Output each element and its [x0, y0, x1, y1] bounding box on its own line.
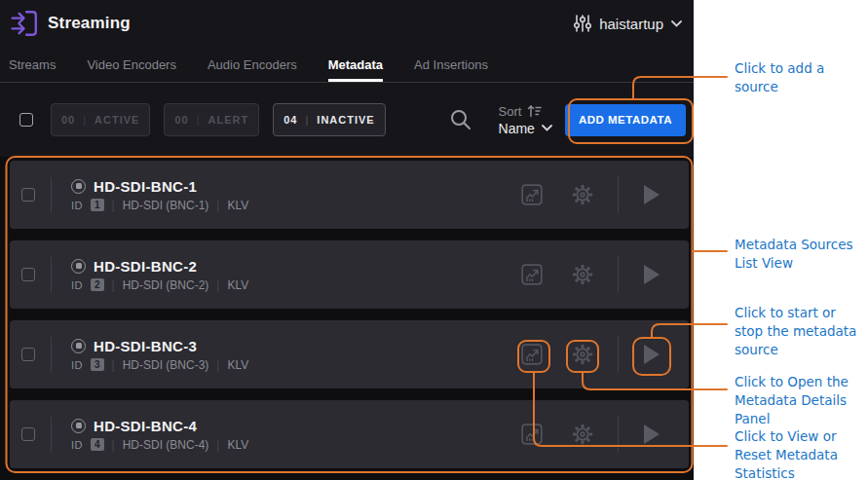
filter-bar: 00 | ACTIVE 00 | ALERT 04 | INACTIVE Sor…	[0, 83, 694, 157]
id-badge: 4	[91, 438, 104, 451]
actions-divider	[618, 416, 619, 453]
filter-alert-button[interactable]: 00 | ALERT	[164, 103, 259, 136]
annotation-details-panel: Click to Open the Metadata Details Panel	[735, 373, 867, 428]
id-badge: 3	[91, 358, 104, 371]
separator: |	[305, 114, 309, 126]
sort-value: Name	[499, 121, 535, 136]
settings-button[interactable]	[571, 423, 594, 446]
tab-video-encoders[interactable]: Video Encoders	[87, 47, 176, 82]
play-icon	[642, 344, 661, 365]
play-icon	[642, 424, 661, 445]
chevron-down-icon	[671, 20, 682, 27]
row-checkbox[interactable]	[21, 348, 35, 361]
search-icon[interactable]	[449, 108, 472, 131]
inactive-label: INACTIVE	[317, 114, 374, 126]
tab-metadata[interactable]: Metadata	[328, 47, 383, 82]
row-divider	[51, 257, 52, 292]
row-info: HD-SDI-BNC-1 ID 1 | HD-SDI (BNC-1) | KLV	[71, 178, 248, 212]
tab-audio-encoders[interactable]: Audio Encoders	[208, 47, 297, 82]
status-stopped-icon	[71, 419, 86, 433]
account-menu[interactable]: haistartup	[574, 14, 684, 33]
annotation-start-stop: Click to start or stop the metadata sour…	[735, 304, 867, 359]
id-label: ID	[71, 279, 83, 291]
source-input: HD-SDI (BNC-4)	[123, 438, 209, 452]
gear-icon	[571, 343, 594, 366]
status-stopped-icon	[71, 259, 86, 274]
source-name: HD-SDI-BNC-2	[94, 258, 197, 275]
sort-control[interactable]: Sort Name	[499, 104, 552, 136]
settings-button[interactable]	[571, 263, 594, 286]
annotation-statistics: Click to View or Reset Metadata Statisti…	[735, 427, 867, 480]
start-stop-button[interactable]	[640, 183, 663, 206]
active-count: 00	[61, 114, 75, 126]
id-label: ID	[71, 439, 83, 451]
row-info: HD-SDI-BNC-2 ID 2 | HD-SDI (BNC-2) | KLV	[71, 258, 248, 292]
active-label: ACTIVE	[94, 114, 139, 126]
row-divider	[51, 417, 52, 452]
gear-icon	[571, 183, 594, 206]
start-stop-button[interactable]	[640, 343, 663, 366]
filter-active-button[interactable]: 00 | ACTIVE	[51, 103, 150, 136]
tab-streams[interactable]: Streams	[9, 47, 56, 82]
chart-icon	[520, 423, 544, 446]
inactive-count: 04	[283, 114, 297, 126]
status-stopped-icon	[71, 339, 86, 353]
id-badge: 1	[91, 199, 104, 211]
status-stopped-icon	[71, 179, 86, 194]
streaming-logo-icon	[10, 9, 39, 38]
row-info: HD-SDI-BNC-3 ID 3 | HD-SDI (BNC-3) | KLV	[71, 338, 248, 372]
separator: |	[112, 358, 115, 372]
select-all-checkbox[interactable]	[19, 113, 33, 127]
row-checkbox[interactable]	[21, 427, 35, 441]
metadata-source-row[interactable]: HD-SDI-BNC-3 ID 3 | HD-SDI (BNC-3) | KLV	[10, 320, 689, 388]
id-label: ID	[71, 200, 83, 211]
source-format: KLV	[227, 438, 248, 452]
row-checkbox[interactable]	[21, 268, 35, 281]
start-stop-button[interactable]	[640, 423, 663, 446]
statistics-button[interactable]	[520, 263, 544, 286]
sort-label: Sort	[499, 104, 522, 119]
metadata-source-row[interactable]: HD-SDI-BNC-1 ID 1 | HD-SDI (BNC-1) | KLV	[10, 161, 689, 229]
statistics-button[interactable]	[520, 343, 544, 366]
sort-ascending-icon	[527, 104, 542, 118]
page-title: Streaming	[48, 14, 131, 33]
metadata-source-row[interactable]: HD-SDI-BNC-4 ID 4 | HD-SDI (BNC-4) | KLV	[10, 400, 689, 468]
source-format: KLV	[227, 278, 248, 292]
separator: |	[197, 114, 201, 126]
chart-icon	[520, 183, 544, 206]
source-name: HD-SDI-BNC-4	[94, 418, 197, 434]
actions-divider	[618, 256, 619, 293]
separator: |	[216, 199, 219, 212]
add-metadata-button[interactable]: ADD METADATA	[565, 104, 686, 136]
settings-button[interactable]	[571, 343, 594, 366]
separator: |	[112, 438, 115, 452]
chart-icon	[520, 343, 544, 366]
alert-count: 00	[174, 114, 188, 126]
separator: |	[216, 358, 219, 372]
id-label: ID	[71, 359, 83, 371]
app-panel: Streaming haistartup Streams Video Encod…	[0, 0, 694, 480]
chevron-down-icon	[542, 125, 552, 131]
metadata-source-row[interactable]: HD-SDI-BNC-2 ID 2 | HD-SDI (BNC-2) | KLV	[10, 240, 689, 309]
gear-icon	[571, 263, 594, 286]
source-input: HD-SDI (BNC-3)	[123, 358, 209, 372]
statistics-button[interactable]	[520, 183, 544, 206]
separator: |	[216, 438, 219, 452]
start-stop-button[interactable]	[640, 263, 663, 286]
separator: |	[112, 278, 115, 292]
tab-bar: Streams Video Encoders Audio Encoders Me…	[0, 47, 694, 83]
tab-ad-insertions[interactable]: Ad Insertions	[414, 47, 488, 82]
settings-button[interactable]	[571, 183, 594, 206]
statistics-button[interactable]	[520, 423, 544, 446]
actions-divider	[618, 176, 619, 213]
account-name: haistartup	[599, 16, 663, 32]
gear-icon	[571, 423, 594, 446]
source-format: KLV	[227, 358, 248, 372]
filter-inactive-button[interactable]: 04 | INACTIVE	[273, 103, 385, 136]
row-info: HD-SDI-BNC-4 ID 4 | HD-SDI (BNC-4) | KLV	[71, 418, 248, 452]
separator: |	[216, 278, 219, 292]
screenshot-canvas: Streaming haistartup Streams Video Encod…	[0, 0, 868, 480]
row-checkbox[interactable]	[21, 188, 35, 202]
id-badge: 2	[91, 278, 104, 291]
play-icon	[642, 184, 661, 205]
